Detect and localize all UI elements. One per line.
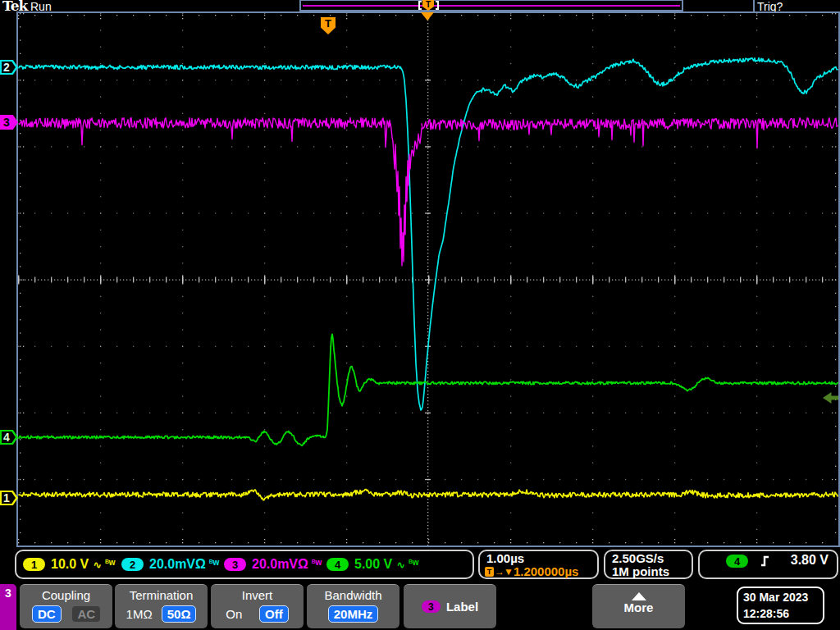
invert-title: Invert (211, 588, 304, 602)
channel-2-badge: 2 (121, 558, 144, 571)
channel-4-readout[interactable]: 4 5.00 V ∿ ᴮw (326, 551, 419, 578)
timebase-readout-box: 1.00µs T →▼ 1.200000µs (478, 550, 599, 579)
channel-2-scale: 20.0mVΩ (149, 557, 206, 572)
channel-3-readout[interactable]: 3 20.0mVΩ ᴮw (224, 551, 322, 578)
termination-button[interactable]: Termination 1MΩ 50Ω (115, 584, 208, 628)
graticule (16, 11, 840, 547)
channel-3-scale: 20.0mVΩ (252, 557, 308, 572)
more-button[interactable]: More (592, 584, 685, 628)
expansion-point-arrow-icon[interactable] (421, 12, 434, 21)
termination-title: Termination (115, 588, 208, 602)
trigger-t-icon: T (485, 567, 494, 577)
channel-2-marker[interactable]: 2 (0, 60, 18, 75)
bandwidth-value-option[interactable]: 20MHz (328, 605, 379, 623)
channel-2-readout[interactable]: 2 20.0mVΩ ᴮw (121, 551, 219, 578)
channel-3-badge: 3 (224, 558, 246, 571)
termination-50ohm-option[interactable]: 50Ω (162, 605, 197, 623)
channel-1-scale: 10.0 V (51, 557, 89, 572)
channel-1-readout[interactable]: 1 10.0 V ∿ ᴮw (23, 551, 116, 578)
divider (753, 0, 755, 12)
menu-channel-tab[interactable]: 3 (0, 584, 16, 630)
trigger-level-value: 3.80 V (791, 553, 829, 568)
channel-readout-box: 1 10.0 V ∿ ᴮw 2 20.0mVΩ ᴮw 3 20.0mVΩ ᴮw … (15, 550, 474, 579)
delay-arrows-icon: →▼ (495, 566, 513, 578)
bandwidth-limit-icon: ᴮw (409, 558, 418, 567)
record-view-bar[interactable]: T (299, 0, 683, 11)
channel-4-marker[interactable]: 4 (0, 430, 18, 445)
ac-coupling-icon: ∿ (93, 559, 102, 571)
record-view-left-bracket-icon (418, 1, 422, 10)
channel-1-marker[interactable]: 1 (0, 491, 18, 505)
date-value: 30 Mar 2023 (743, 589, 818, 605)
channel-1-badge: 1 (23, 558, 45, 571)
more-up-arrow-icon (632, 592, 646, 600)
rising-edge-icon (759, 555, 772, 568)
coupling-ac-option[interactable]: AC (72, 606, 100, 622)
bandwidth-limit-icon: ᴮw (312, 558, 322, 567)
trigger-source-badge: 4 (726, 555, 748, 568)
label-channel-badge: 3 (422, 600, 441, 613)
coupling-dc-option[interactable]: DC (32, 605, 62, 623)
invert-off-option[interactable]: Off (259, 605, 289, 623)
coupling-title: Coupling (20, 588, 112, 602)
termination-1mohm-option[interactable]: 1MΩ (126, 605, 153, 623)
trigger-readout-box: 4 3.80 V (698, 550, 838, 579)
label-button[interactable]: 3 Label (404, 584, 496, 628)
channel-3-marker[interactable]: 3 (0, 115, 18, 130)
record-view-waveform-line (303, 5, 680, 7)
bandwidth-limit-icon: ᴮw (209, 558, 219, 567)
record-view-right-bracket-icon (436, 1, 439, 10)
trigger-delay-readout: T →▼ 1.200000µs (485, 564, 578, 578)
waveform-display (18, 13, 838, 546)
bandwidth-limit-icon: ᴮw (105, 558, 115, 567)
record-length: 1M points (612, 564, 669, 578)
invert-button[interactable]: Invert On Off (211, 584, 304, 628)
bandwidth-title: Bandwidth (307, 588, 399, 602)
ac-coupling-icon: ∿ (396, 559, 405, 571)
channel-4-scale: 5.00 V (354, 557, 392, 572)
trigger-delay-value: 1.200000µs (514, 564, 579, 578)
coupling-button[interactable]: Coupling DC AC (20, 584, 112, 628)
datetime-box: 30 Mar 2023 12:28:56 (737, 587, 824, 624)
oscilloscope-screen: Tek Run T Trig? T 2 3 4 1 1 10.0 V (0, 0, 840, 630)
bandwidth-button[interactable]: Bandwidth 20MHz (307, 584, 399, 628)
more-title: More (592, 600, 685, 614)
channel-4-badge: 4 (326, 558, 349, 571)
timebase-scale: 1.00µs (486, 551, 524, 565)
record-view-trigger-icon[interactable]: T (422, 0, 434, 11)
time-value: 12:28:56 (743, 605, 818, 622)
label-title: Label (446, 600, 478, 614)
invert-on-option[interactable]: On (226, 605, 242, 623)
sample-rate: 2.50GS/s (612, 551, 664, 565)
acquisition-readout-box: 2.50GS/s 1M points (604, 550, 693, 579)
